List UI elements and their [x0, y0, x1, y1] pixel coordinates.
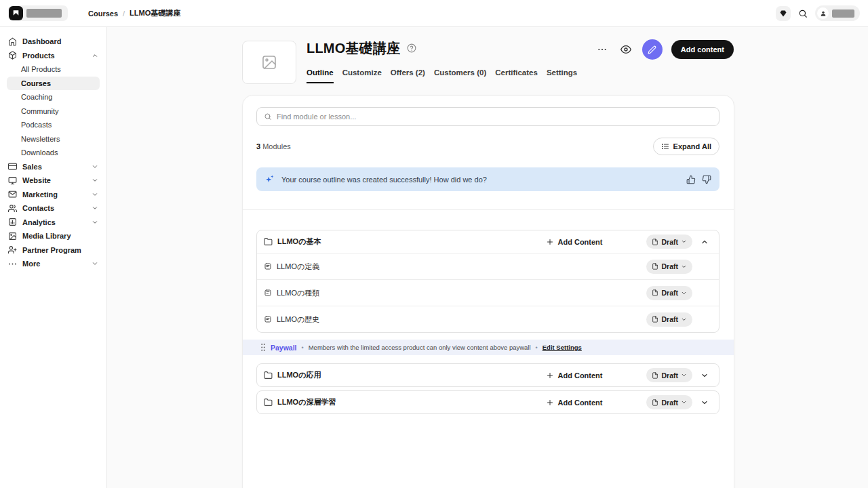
sidebar-item-all-products[interactable]: All Products	[0, 62, 106, 77]
more-options-button[interactable]	[595, 42, 610, 57]
chevron-down-icon	[92, 163, 98, 170]
lesson-row[interactable]: LLMOの歴史 Draft	[257, 306, 719, 332]
search-icon	[798, 9, 808, 18]
tab-customize[interactable]: Customize	[342, 68, 382, 83]
workspace-name-redacted	[26, 9, 62, 18]
module-expand-button[interactable]	[701, 398, 710, 407]
sidebar-item-partner-program[interactable]: Partner Program	[0, 243, 106, 258]
module-row[interactable]: LLMOの基本 Add Content Draft	[257, 230, 719, 253]
topbar-actions	[776, 5, 860, 21]
lesson-title: LLMOの種類	[277, 288, 642, 298]
module-add-content-button[interactable]: Add Content	[546, 399, 603, 407]
credit-card-icon	[8, 162, 17, 171]
lesson-row[interactable]: LLMOの種類 Draft	[257, 279, 719, 306]
thumbs-up-button[interactable]	[686, 175, 696, 184]
paywall-edit-settings-link[interactable]: Edit Settings	[542, 344, 582, 351]
file-icon	[652, 316, 658, 323]
home-icon	[8, 37, 17, 46]
sidebar-item-products[interactable]: Products	[0, 49, 106, 63]
sidebar-item-label: Dashboard	[22, 37, 61, 45]
draft-status-dropdown[interactable]: Draft	[646, 235, 692, 249]
folder-icon	[264, 398, 273, 407]
ai-assistant-button[interactable]	[642, 39, 663, 60]
module-add-content-button[interactable]: Add Content	[546, 238, 603, 246]
module-collapse-button[interactable]	[701, 237, 710, 247]
sidebar-item-sales[interactable]: Sales	[0, 160, 106, 174]
modules-summary-row: 3 Modules Expand All	[256, 138, 719, 155]
sidebar-item-label: Contacts	[22, 204, 54, 212]
lesson-row[interactable]: LLMOの定義 Draft	[257, 253, 719, 279]
breadcrumb-courses-link[interactable]: Courses	[88, 9, 118, 18]
sidebar-item-marketing[interactable]: Marketing	[0, 188, 106, 202]
module-add-content-button[interactable]: Add Content	[546, 371, 603, 380]
tab-offers[interactable]: Offers (2)	[391, 68, 425, 83]
preview-button[interactable]	[618, 42, 633, 57]
chevron-down-icon	[681, 239, 687, 245]
paywall-description: Members with the limited access product …	[309, 344, 531, 351]
chevron-down-icon	[681, 372, 687, 378]
search-button[interactable]	[795, 6, 810, 21]
users-icon	[8, 204, 17, 213]
draft-status-dropdown[interactable]: Draft	[646, 368, 692, 382]
sidebar-item-analytics[interactable]: Analytics	[0, 216, 106, 230]
chevron-down-icon	[92, 191, 98, 198]
sidebar-item-label: Website	[22, 176, 51, 184]
draft-status-dropdown[interactable]: Draft	[646, 286, 692, 300]
chevron-down-icon	[92, 260, 98, 267]
sidebar-item-label: Courses	[21, 79, 51, 87]
draft-status-dropdown[interactable]: Draft	[646, 312, 692, 327]
sidebar-item-podcasts[interactable]: Podcasts	[0, 118, 106, 132]
topbar: Courses / LLMO基礎講座	[0, 0, 868, 27]
outline-card: 3 Modules Expand All Your course outline…	[242, 95, 734, 488]
tab-settings[interactable]: Settings	[547, 68, 577, 83]
lesson-title: LLMOの定義	[277, 262, 642, 272]
drag-handle-icon[interactable]	[260, 343, 266, 352]
sidebar-item-website[interactable]: Website	[0, 174, 106, 188]
sidebar-item-more[interactable]: More	[0, 257, 106, 271]
tab-outline[interactable]: Outline	[307, 68, 334, 83]
tab-customers[interactable]: Customers (0)	[434, 68, 486, 83]
sidebar-item-label: Podcasts	[21, 121, 52, 129]
chevron-down-icon	[92, 177, 98, 184]
paywall-label[interactable]: Paywall	[271, 344, 297, 352]
course-thumbnail[interactable]	[242, 41, 296, 84]
sidebar-item-dashboard[interactable]: Dashboard	[0, 35, 106, 49]
module-row[interactable]: LLMOの深層学習 Add Content Draft	[257, 391, 719, 413]
sidebar-item-contacts[interactable]: Contacts	[0, 201, 106, 216]
app-logo-icon	[9, 6, 23, 20]
module-expand-button[interactable]	[701, 371, 710, 380]
rewards-button[interactable]	[776, 6, 791, 21]
ellipsis-icon	[8, 260, 17, 268]
main-content: LLMO基礎講座 Outline Customize Offers (2) Cu…	[107, 27, 868, 488]
chevron-down-icon	[681, 290, 687, 296]
sidebar-item-label: Coaching	[21, 93, 52, 101]
lesson-doc-icon	[264, 315, 272, 323]
draft-status-dropdown[interactable]: Draft	[646, 260, 692, 274]
sidebar-item-courses[interactable]: Courses	[7, 77, 100, 91]
help-icon[interactable]	[407, 43, 416, 53]
module-row[interactable]: LLMOの応用 Add Content Draft	[257, 364, 719, 386]
sidebar-item-label: More	[22, 260, 40, 268]
add-content-button[interactable]: Add content	[671, 40, 734, 59]
sidebar-item-coaching[interactable]: Coaching	[0, 90, 106, 104]
sidebar-item-media-library[interactable]: Media Library	[0, 229, 106, 243]
expand-all-button[interactable]: Expand All	[653, 138, 719, 155]
gem-icon	[779, 9, 787, 18]
tab-certificates[interactable]: Certificates	[495, 68, 538, 83]
file-icon	[652, 399, 658, 406]
modules-count: 3	[256, 142, 260, 150]
sidebar-item-downloads[interactable]: Downloads	[0, 146, 106, 160]
breadcrumb-separator: /	[123, 9, 125, 18]
plus-icon	[546, 238, 554, 246]
bullet-separator: •	[302, 344, 304, 351]
search-input[interactable]	[277, 113, 712, 121]
thumbs-down-button[interactable]	[702, 175, 711, 184]
sidebar-item-newsletters[interactable]: Newsletters	[0, 132, 106, 146]
workspace-switcher[interactable]	[8, 5, 68, 21]
account-menu[interactable]	[815, 5, 860, 21]
sidebar-item-community[interactable]: Community	[0, 104, 106, 119]
draft-status-dropdown[interactable]: Draft	[646, 395, 692, 409]
sidebar-item-label: All Products	[21, 65, 61, 73]
chevron-down-icon	[92, 205, 98, 211]
lesson-doc-icon	[264, 262, 272, 270]
